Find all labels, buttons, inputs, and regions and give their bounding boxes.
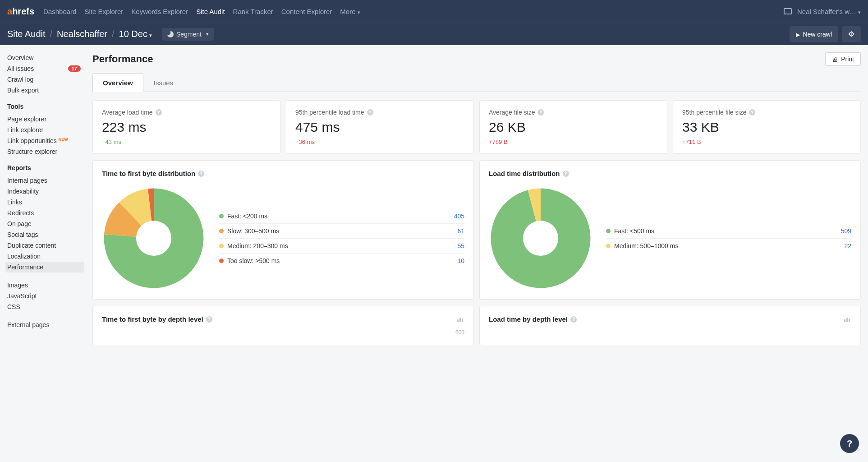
legend-value[interactable]: 22 [844, 242, 851, 249]
nav-site-audit[interactable]: Site Audit [196, 8, 225, 15]
sidebar-item-localization[interactable]: Localization [5, 251, 84, 262]
svg-point-1 [523, 221, 558, 256]
chart-title: Load time distribution? [489, 170, 851, 177]
loadtime-legend: Fast: <500 ms509Medium: 500–1000 ms22 [606, 224, 851, 253]
sidebar-item-duplicate-content[interactable]: Duplicate content [5, 240, 84, 251]
legend-dot [606, 244, 611, 248]
sidebar-item-indexability[interactable]: Indexability [5, 186, 84, 197]
sidebar-item-css[interactable]: CSS [5, 301, 84, 312]
nav-site-explorer[interactable]: Site Explorer [84, 8, 123, 15]
help-icon[interactable]: ? [749, 109, 755, 116]
ttfb-depth-card: Time to first byte by depth level? 600 [92, 306, 474, 345]
sidebar-item-performance[interactable]: Performance [5, 262, 84, 273]
legend-label: Fast: <200 ms [227, 213, 267, 220]
legend-label: Fast: <500 ms [614, 227, 654, 235]
nav-dashboard[interactable]: Dashboard [43, 8, 76, 15]
legend-value[interactable]: 405 [454, 213, 464, 220]
sidebar-item-internal-pages[interactable]: Internal pages [5, 175, 84, 186]
loadtime-depth-card: Load time by depth level? [479, 306, 861, 345]
sidebar-item-structure-explorer[interactable]: Structure explorer [5, 146, 84, 157]
bar-chart-icon[interactable] [457, 317, 464, 322]
nav-rank-tracker[interactable]: Rank Tracker [233, 8, 273, 15]
crumb-project[interactable]: Nealschaffer [57, 29, 107, 39]
legend-dot [219, 259, 224, 263]
sidebar-item-page-explorer[interactable]: Page explorer [5, 114, 84, 125]
help-icon[interactable]: ? [367, 109, 373, 116]
sidebar: OverviewAll issues17Crawl logBulk export… [0, 45, 88, 352]
help-icon[interactable]: ? [563, 171, 569, 177]
legend-row: Fast: <200 ms405 [219, 209, 464, 224]
metric-delta: +711 B [682, 139, 851, 145]
topnav-right: Neal Schaffer's w… [784, 8, 861, 15]
legend-dot [219, 229, 224, 233]
new-crawl-button[interactable]: New crawl [790, 26, 838, 42]
help-icon[interactable]: ? [570, 316, 577, 323]
sidebar-item-all-issues[interactable]: All issues17 [5, 63, 84, 74]
sidebar-item-redirects[interactable]: Redirects [5, 208, 84, 218]
legend-dot [606, 229, 611, 233]
legend-row: Fast: <500 ms509 [606, 224, 851, 239]
legend-dot [219, 244, 224, 248]
issues-badge: 17 [68, 65, 81, 72]
help-icon[interactable]: ? [198, 171, 204, 177]
print-icon [832, 55, 838, 63]
metric-delta: +789 B [489, 139, 658, 145]
workspace-switcher[interactable]: Neal Schaffer's w… [797, 8, 861, 15]
play-icon [796, 31, 800, 38]
sidebar-item-external-pages[interactable]: External pages [5, 319, 84, 330]
logo[interactable]: ahrefs [7, 6, 34, 17]
sidebar-item-crawl-log[interactable]: Crawl log [5, 74, 84, 85]
sidebar-item-link-opportunities[interactable]: Link opportunitiesNEW [5, 135, 84, 146]
bar-chart-icon[interactable] [844, 317, 851, 322]
metric-value: 223 ms [102, 120, 271, 135]
legend-row: Medium: 200–300 ms55 [219, 239, 464, 254]
help-icon[interactable]: ? [537, 109, 544, 116]
pie-icon [167, 31, 174, 37]
nav-keywords-explorer[interactable]: Keywords Explorer [131, 8, 188, 15]
sidebar-item-overview[interactable]: Overview [5, 52, 84, 63]
legend-label: Too slow: >500 ms [227, 257, 280, 264]
nav-content-explorer[interactable]: Content Explorer [281, 8, 332, 15]
metric-label: 95th percentile load time? [295, 109, 464, 116]
settings-button[interactable] [842, 26, 861, 42]
nav-more[interactable]: More [340, 8, 360, 15]
metric-delta: +36 ms [295, 139, 464, 145]
legend-value[interactable]: 10 [457, 257, 464, 264]
main: Performance Print OverviewIssues Average… [88, 45, 868, 352]
breadcrumb: Site Audit / Nealschaffer / 10 Dec Segme… [7, 28, 214, 41]
ttfb-donut-chart [102, 186, 206, 290]
ttfb-legend: Fast: <200 ms405Slow: 300–500 ms61Medium… [219, 209, 464, 268]
sidebar-item-bulk-export[interactable]: Bulk export [5, 85, 84, 96]
crumb-date[interactable]: 10 Dec [119, 29, 152, 39]
legend-value[interactable]: 61 [457, 227, 464, 235]
legend-row: Too slow: >500 ms10 [219, 254, 464, 268]
legend-value[interactable]: 509 [841, 227, 851, 235]
legend-dot [219, 214, 224, 218]
loadtime-donut-chart [489, 186, 592, 290]
print-button[interactable]: Print [825, 52, 861, 66]
tabs: OverviewIssues [92, 73, 861, 92]
metric-card: Average file size? 26 KB +789 B [479, 100, 667, 154]
sidebar-item-social-tags[interactable]: Social tags [5, 229, 84, 240]
loadtime-distribution-card: Load time distribution? Fast: <500 ms509… [479, 160, 861, 300]
legend-label: Slow: 300–500 ms [227, 227, 279, 235]
segment-button[interactable]: Segment [162, 28, 214, 41]
metric-label: 95th percentile file size? [682, 109, 851, 116]
tab-overview[interactable]: Overview [92, 73, 143, 92]
metric-value: 33 KB [682, 120, 851, 135]
axis-label: 600 [102, 323, 464, 336]
sub-nav: Site Audit / Nealschaffer / 10 Dec Segme… [0, 23, 868, 45]
tab-issues[interactable]: Issues [143, 73, 184, 92]
sidebar-item-links[interactable]: Links [5, 197, 84, 208]
help-icon[interactable]: ? [206, 316, 212, 323]
metric-card: 95th percentile file size? 33 KB +711 B [673, 100, 861, 154]
chart-title: Time to first byte distribution? [102, 170, 464, 177]
sidebar-item-images[interactable]: Images [5, 280, 84, 291]
sidebar-item-javascript[interactable]: JavaScript [5, 291, 84, 301]
legend-value[interactable]: 55 [457, 242, 464, 249]
crumb-site-audit[interactable]: Site Audit [7, 29, 46, 39]
sidebar-item-on-page[interactable]: On page [5, 218, 84, 229]
page-title: Performance [92, 53, 153, 65]
help-icon[interactable]: ? [156, 109, 162, 116]
sidebar-item-link-explorer[interactable]: Link explorer [5, 125, 84, 135]
